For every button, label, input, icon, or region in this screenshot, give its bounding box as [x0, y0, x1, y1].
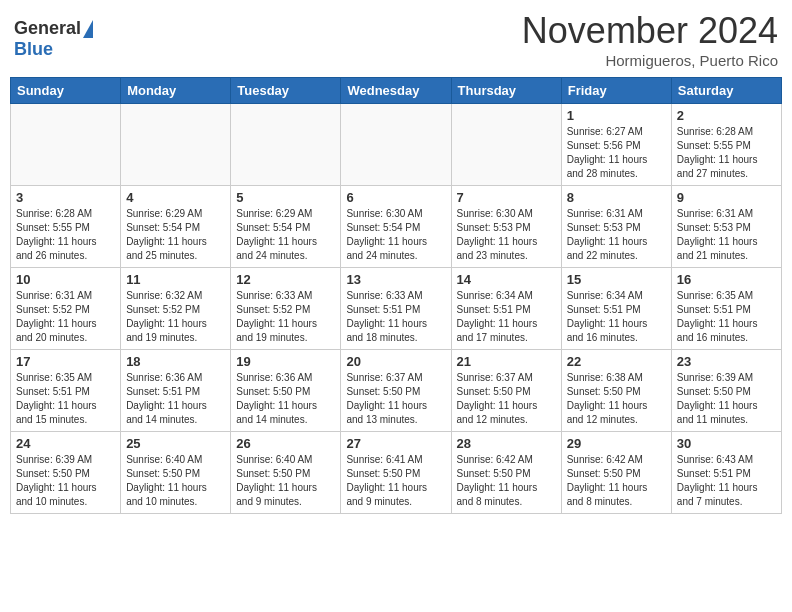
calendar-day-header: Saturday: [671, 78, 781, 104]
calendar-day-cell: 8Sunrise: 6:31 AM Sunset: 5:53 PM Daylig…: [561, 186, 671, 268]
day-number: 5: [236, 190, 335, 205]
day-info: Sunrise: 6:34 AM Sunset: 5:51 PM Dayligh…: [457, 289, 556, 345]
day-number: 8: [567, 190, 666, 205]
calendar-day-cell: 15Sunrise: 6:34 AM Sunset: 5:51 PM Dayli…: [561, 268, 671, 350]
day-info: Sunrise: 6:31 AM Sunset: 5:52 PM Dayligh…: [16, 289, 115, 345]
calendar-day-header: Monday: [121, 78, 231, 104]
calendar-day-cell: 17Sunrise: 6:35 AM Sunset: 5:51 PM Dayli…: [11, 350, 121, 432]
calendar-week-row: 3Sunrise: 6:28 AM Sunset: 5:55 PM Daylig…: [11, 186, 782, 268]
day-info: Sunrise: 6:37 AM Sunset: 5:50 PM Dayligh…: [346, 371, 445, 427]
day-number: 17: [16, 354, 115, 369]
day-info: Sunrise: 6:33 AM Sunset: 5:51 PM Dayligh…: [346, 289, 445, 345]
calendar-day-header: Thursday: [451, 78, 561, 104]
calendar-day-cell: [451, 104, 561, 186]
day-number: 14: [457, 272, 556, 287]
logo-blue-text: Blue: [14, 39, 53, 60]
day-info: Sunrise: 6:42 AM Sunset: 5:50 PM Dayligh…: [567, 453, 666, 509]
day-info: Sunrise: 6:38 AM Sunset: 5:50 PM Dayligh…: [567, 371, 666, 427]
day-number: 13: [346, 272, 445, 287]
title-section: November 2024 Hormigueros, Puerto Rico: [522, 10, 778, 69]
calendar-header-row: SundayMondayTuesdayWednesdayThursdayFrid…: [11, 78, 782, 104]
calendar-day-cell: 4Sunrise: 6:29 AM Sunset: 5:54 PM Daylig…: [121, 186, 231, 268]
day-info: Sunrise: 6:33 AM Sunset: 5:52 PM Dayligh…: [236, 289, 335, 345]
day-number: 3: [16, 190, 115, 205]
day-info: Sunrise: 6:35 AM Sunset: 5:51 PM Dayligh…: [677, 289, 776, 345]
day-info: Sunrise: 6:28 AM Sunset: 5:55 PM Dayligh…: [16, 207, 115, 263]
calendar-day-cell: 24Sunrise: 6:39 AM Sunset: 5:50 PM Dayli…: [11, 432, 121, 514]
calendar-day-cell: 5Sunrise: 6:29 AM Sunset: 5:54 PM Daylig…: [231, 186, 341, 268]
day-number: 24: [16, 436, 115, 451]
page-header: General Blue November 2024 Hormigueros, …: [10, 10, 782, 69]
day-number: 27: [346, 436, 445, 451]
day-number: 12: [236, 272, 335, 287]
calendar-day-cell: 14Sunrise: 6:34 AM Sunset: 5:51 PM Dayli…: [451, 268, 561, 350]
calendar-day-cell: 16Sunrise: 6:35 AM Sunset: 5:51 PM Dayli…: [671, 268, 781, 350]
day-number: 15: [567, 272, 666, 287]
calendar-day-header: Tuesday: [231, 78, 341, 104]
location-text: Hormigueros, Puerto Rico: [522, 52, 778, 69]
calendar-day-cell: 11Sunrise: 6:32 AM Sunset: 5:52 PM Dayli…: [121, 268, 231, 350]
day-number: 20: [346, 354, 445, 369]
logo-general-text: General: [14, 18, 81, 39]
calendar-day-cell: 30Sunrise: 6:43 AM Sunset: 5:51 PM Dayli…: [671, 432, 781, 514]
day-number: 25: [126, 436, 225, 451]
calendar-day-cell: [11, 104, 121, 186]
calendar-day-cell: 9Sunrise: 6:31 AM Sunset: 5:53 PM Daylig…: [671, 186, 781, 268]
day-info: Sunrise: 6:34 AM Sunset: 5:51 PM Dayligh…: [567, 289, 666, 345]
day-number: 30: [677, 436, 776, 451]
calendar-day-cell: 7Sunrise: 6:30 AM Sunset: 5:53 PM Daylig…: [451, 186, 561, 268]
day-number: 7: [457, 190, 556, 205]
day-info: Sunrise: 6:43 AM Sunset: 5:51 PM Dayligh…: [677, 453, 776, 509]
day-info: Sunrise: 6:29 AM Sunset: 5:54 PM Dayligh…: [236, 207, 335, 263]
day-info: Sunrise: 6:30 AM Sunset: 5:54 PM Dayligh…: [346, 207, 445, 263]
day-info: Sunrise: 6:28 AM Sunset: 5:55 PM Dayligh…: [677, 125, 776, 181]
day-info: Sunrise: 6:39 AM Sunset: 5:50 PM Dayligh…: [16, 453, 115, 509]
calendar-day-cell: 28Sunrise: 6:42 AM Sunset: 5:50 PM Dayli…: [451, 432, 561, 514]
day-number: 10: [16, 272, 115, 287]
day-info: Sunrise: 6:40 AM Sunset: 5:50 PM Dayligh…: [236, 453, 335, 509]
day-number: 11: [126, 272, 225, 287]
calendar-day-header: Wednesday: [341, 78, 451, 104]
calendar-day-cell: [121, 104, 231, 186]
calendar-day-cell: 3Sunrise: 6:28 AM Sunset: 5:55 PM Daylig…: [11, 186, 121, 268]
day-number: 9: [677, 190, 776, 205]
day-number: 22: [567, 354, 666, 369]
day-info: Sunrise: 6:36 AM Sunset: 5:50 PM Dayligh…: [236, 371, 335, 427]
day-info: Sunrise: 6:39 AM Sunset: 5:50 PM Dayligh…: [677, 371, 776, 427]
day-info: Sunrise: 6:35 AM Sunset: 5:51 PM Dayligh…: [16, 371, 115, 427]
day-info: Sunrise: 6:30 AM Sunset: 5:53 PM Dayligh…: [457, 207, 556, 263]
calendar-day-cell: 20Sunrise: 6:37 AM Sunset: 5:50 PM Dayli…: [341, 350, 451, 432]
day-number: 16: [677, 272, 776, 287]
month-title: November 2024: [522, 10, 778, 52]
calendar-table: SundayMondayTuesdayWednesdayThursdayFrid…: [10, 77, 782, 514]
calendar-week-row: 10Sunrise: 6:31 AM Sunset: 5:52 PM Dayli…: [11, 268, 782, 350]
day-info: Sunrise: 6:37 AM Sunset: 5:50 PM Dayligh…: [457, 371, 556, 427]
day-number: 4: [126, 190, 225, 205]
calendar-day-cell: 18Sunrise: 6:36 AM Sunset: 5:51 PM Dayli…: [121, 350, 231, 432]
day-number: 26: [236, 436, 335, 451]
day-number: 21: [457, 354, 556, 369]
day-number: 23: [677, 354, 776, 369]
calendar-week-row: 24Sunrise: 6:39 AM Sunset: 5:50 PM Dayli…: [11, 432, 782, 514]
calendar-day-cell: [231, 104, 341, 186]
day-info: Sunrise: 6:42 AM Sunset: 5:50 PM Dayligh…: [457, 453, 556, 509]
calendar-day-header: Friday: [561, 78, 671, 104]
calendar-day-cell: 25Sunrise: 6:40 AM Sunset: 5:50 PM Dayli…: [121, 432, 231, 514]
calendar-day-cell: 10Sunrise: 6:31 AM Sunset: 5:52 PM Dayli…: [11, 268, 121, 350]
calendar-week-row: 1Sunrise: 6:27 AM Sunset: 5:56 PM Daylig…: [11, 104, 782, 186]
calendar-day-header: Sunday: [11, 78, 121, 104]
day-info: Sunrise: 6:40 AM Sunset: 5:50 PM Dayligh…: [126, 453, 225, 509]
day-info: Sunrise: 6:29 AM Sunset: 5:54 PM Dayligh…: [126, 207, 225, 263]
calendar-day-cell: 29Sunrise: 6:42 AM Sunset: 5:50 PM Dayli…: [561, 432, 671, 514]
logo: General Blue: [14, 18, 93, 60]
calendar-day-cell: 21Sunrise: 6:37 AM Sunset: 5:50 PM Dayli…: [451, 350, 561, 432]
calendar-day-cell: 23Sunrise: 6:39 AM Sunset: 5:50 PM Dayli…: [671, 350, 781, 432]
logo-triangle-icon: [83, 20, 93, 38]
day-number: 28: [457, 436, 556, 451]
day-info: Sunrise: 6:31 AM Sunset: 5:53 PM Dayligh…: [567, 207, 666, 263]
day-number: 6: [346, 190, 445, 205]
calendar-day-cell: 27Sunrise: 6:41 AM Sunset: 5:50 PM Dayli…: [341, 432, 451, 514]
day-number: 29: [567, 436, 666, 451]
calendar-week-row: 17Sunrise: 6:35 AM Sunset: 5:51 PM Dayli…: [11, 350, 782, 432]
day-info: Sunrise: 6:36 AM Sunset: 5:51 PM Dayligh…: [126, 371, 225, 427]
